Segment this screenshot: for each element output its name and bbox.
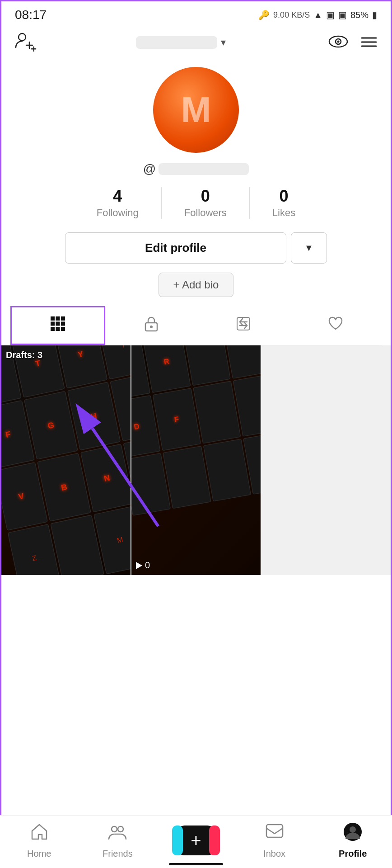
followers-count: 0 <box>201 187 210 205</box>
bottom-navigation: Home Friends + Inbox <box>0 815 392 868</box>
svg-rect-12 <box>51 321 55 326</box>
status-bar: 08:17 🔑 9.00 KB/S ▲ ▣ ▣ 85% ▮ <box>1 1 391 27</box>
nav-inbox-label: Inbox <box>263 849 285 859</box>
svg-point-26 <box>118 826 123 832</box>
video-grid-container: R T Y 7 F G H 8 V B N 9 Z <box>1 345 391 575</box>
battery-level: 85% <box>350 10 369 20</box>
network-speed: 9.00 KB/S <box>273 10 310 20</box>
tab-reposts[interactable] <box>197 306 289 345</box>
signal-icon: ▣ <box>326 9 335 20</box>
battery-icon: ▮ <box>372 9 377 20</box>
video-thumbnail-empty <box>261 345 391 575</box>
dropdown-arrow-icon: ▾ <box>221 37 226 48</box>
add-friend-button[interactable] <box>15 31 33 53</box>
key-icon: 🔑 <box>258 9 270 20</box>
svg-rect-17 <box>61 327 65 331</box>
add-bio-button[interactable]: + Add bio <box>159 273 234 297</box>
profile-section: M @ 4 Following 0 Followers 0 Likes Edit… <box>1 58 391 345</box>
tab-private[interactable] <box>105 306 197 345</box>
nav-home[interactable]: Home <box>12 822 66 859</box>
wifi-icon: ▲ <box>313 10 322 20</box>
followers-stat[interactable]: 0 Followers <box>162 187 250 219</box>
svg-rect-10 <box>56 316 60 321</box>
likes-label: Likes <box>272 207 295 219</box>
svg-rect-11 <box>61 316 65 321</box>
svg-rect-15 <box>51 327 55 331</box>
eye-icon[interactable] <box>328 32 348 52</box>
plus-icon: + <box>191 830 201 851</box>
heart-icon <box>327 316 344 335</box>
tab-liked[interactable] <box>289 306 382 345</box>
avatar-letter: M <box>181 89 211 131</box>
content-tabs <box>10 306 382 345</box>
tab-grid[interactable] <box>10 306 105 345</box>
svg-rect-13 <box>56 321 60 326</box>
video-thumbnail-1[interactable]: R T Y 7 F G H 8 V B N 9 Z <box>1 345 131 575</box>
username-dropdown[interactable]: ▾ <box>136 36 226 49</box>
svg-point-0 <box>19 33 26 41</box>
svg-rect-16 <box>56 327 60 331</box>
status-time: 08:17 <box>15 8 47 22</box>
status-icons: 🔑 9.00 KB/S ▲ ▣ ▣ 85% ▮ <box>258 9 377 20</box>
grid-icon <box>50 316 66 335</box>
action-buttons-row: Edit profile ▼ <box>65 232 327 264</box>
signal-icon-2: ▣ <box>338 9 347 20</box>
following-label: Following <box>97 207 139 219</box>
top-navigation: ▾ <box>1 27 391 58</box>
friends-icon <box>107 822 127 846</box>
menu-icon[interactable] <box>361 35 377 50</box>
play-count: 0 <box>136 560 150 571</box>
nav-home-label: Home <box>27 849 51 859</box>
svg-rect-14 <box>61 321 65 326</box>
svg-rect-20 <box>237 317 250 330</box>
nav-create[interactable]: + <box>169 826 223 855</box>
dropdown-btn-icon: ▼ <box>304 243 313 253</box>
likes-stat[interactable]: 0 Likes <box>250 187 318 219</box>
video-grid: R T Y 7 F G H 8 V B N 9 Z <box>1 345 391 575</box>
username-handle-blurred <box>159 163 249 175</box>
repost-icon <box>235 316 252 335</box>
svg-rect-9 <box>51 316 55 321</box>
play-icon <box>136 562 142 569</box>
stats-row: 4 Following 0 Followers 0 Likes <box>74 187 318 219</box>
following-count: 4 <box>113 187 122 205</box>
lock-icon <box>145 316 158 335</box>
at-symbol: @ <box>143 162 156 176</box>
home-icon <box>29 822 49 846</box>
followers-label: Followers <box>184 207 227 219</box>
svg-point-29 <box>350 826 356 833</box>
video-thumbnail-2[interactable]: E R D F 0 <box>131 345 261 575</box>
svg-point-5 <box>337 41 340 43</box>
profile-icon <box>343 822 363 846</box>
inbox-icon <box>265 822 285 846</box>
nav-friends[interactable]: Friends <box>90 822 145 859</box>
avatar: M <box>153 67 239 153</box>
nav-friends-label: Friends <box>103 849 133 859</box>
svg-point-19 <box>150 326 153 328</box>
handle-row: @ <box>143 162 249 176</box>
more-options-button[interactable]: ▼ <box>291 232 327 264</box>
edit-profile-button[interactable]: Edit profile <box>65 232 286 264</box>
create-button[interactable]: + <box>176 826 216 855</box>
following-stat[interactable]: 4 Following <box>74 187 162 219</box>
nav-profile-label: Profile <box>339 849 367 859</box>
username-blurred <box>136 36 217 49</box>
home-indicator <box>169 863 223 865</box>
svg-point-25 <box>112 826 117 832</box>
nav-profile[interactable]: Profile <box>326 822 380 859</box>
nav-right-icons <box>328 32 377 52</box>
svg-rect-27 <box>266 825 283 837</box>
nav-inbox[interactable]: Inbox <box>247 822 302 859</box>
drafts-badge: Drafts: 3 <box>6 350 42 360</box>
play-count-number: 0 <box>145 560 150 571</box>
likes-count: 0 <box>280 187 289 205</box>
